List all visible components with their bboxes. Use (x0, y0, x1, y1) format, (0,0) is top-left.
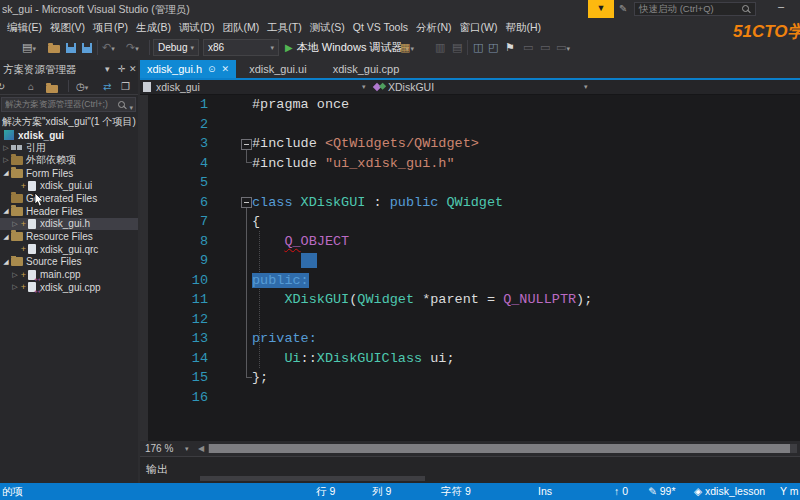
code-line-12[interactable]: 12 (140, 310, 800, 330)
menu-item[interactable]: 编辑(E) (3, 18, 46, 36)
solution-search-input[interactable]: 解决方案资源管理器(Ctrl+;)▾ (1, 97, 136, 112)
chevron-down-icon[interactable]: ▾ (584, 83, 588, 91)
bookmark-icon[interactable]: ⚑ (505, 41, 515, 54)
code-line-5[interactable]: 5 (140, 173, 800, 193)
expand-arrow-icon[interactable]: ◢ (1, 207, 11, 215)
code-line-4[interactable]: 4#include "ui_xdisk_gui.h" (140, 154, 800, 174)
expand-arrow-icon[interactable]: ▷ (10, 283, 20, 291)
indent-icon[interactable]: ▭▾ (556, 41, 570, 54)
git-repo[interactable]: Y m (780, 483, 798, 500)
pending-changes-icon[interactable]: ◷▾ (76, 81, 88, 92)
tree-item-[interactable]: ▷引用 (0, 141, 138, 154)
nav-scope-dropdown[interactable]: xdisk_gui (156, 81, 200, 93)
code-line-2[interactable]: 2 (140, 115, 800, 135)
close-tab-icon[interactable]: ✕ (222, 61, 230, 78)
menu-item[interactable]: 工具(T) (263, 18, 305, 36)
tree-item-GeneratedFiles[interactable]: Generated Files (0, 192, 138, 205)
minimize-button[interactable]: – (770, 0, 792, 16)
code-line-1[interactable]: 1#pragma once (140, 95, 800, 115)
refresh-icon[interactable]: ⇄ (103, 81, 111, 92)
menu-item[interactable]: 测试(S) (306, 18, 349, 36)
code-line-13[interactable]: 13private: (140, 329, 800, 349)
redo-icon[interactable]: ↷▾ (126, 41, 139, 54)
expand-arrow-icon[interactable]: ▷ (10, 220, 20, 228)
close-icon[interactable]: ✕ (129, 64, 137, 74)
chevron-down-icon[interactable]: ▾ (362, 83, 366, 91)
tree-item-main.cpp[interactable]: ▷+main.cpp (0, 268, 138, 281)
uncomment-icon[interactable]: ▭ (540, 41, 550, 54)
pin-icon[interactable]: ⊙ (208, 61, 216, 78)
debug-config-dropdown[interactable]: Debug▾ (153, 39, 199, 56)
tree-item-xdisk_gui.ui[interactable]: +xdisk_gui.ui (0, 179, 138, 192)
code-line-6[interactable]: 6class XDiskGUI : public QWidget (140, 193, 800, 213)
code-line-9[interactable]: 9 (140, 251, 800, 271)
zoom-level[interactable]: 176 % (145, 443, 173, 454)
fold-collapse-icon[interactable] (241, 197, 252, 208)
horizontal-scrollbar[interactable] (208, 444, 797, 453)
pin-icon[interactable]: ✛ (118, 64, 126, 74)
incoming-commits[interactable]: ↑ 0 (614, 483, 628, 500)
undo-icon[interactable]: ↶▾ (102, 41, 115, 54)
save-icon[interactable] (66, 43, 76, 55)
sync-icon[interactable]: ↻ (0, 81, 5, 92)
open-folder-icon[interactable] (48, 43, 60, 55)
expand-arrow-icon[interactable]: ▷ (10, 271, 20, 279)
properties-icon[interactable]: ❐ (121, 81, 130, 92)
code-editor[interactable]: 1#pragma once23#include <QtWidgets/QWidg… (140, 95, 800, 441)
chevron-down-icon[interactable]: ▾ (185, 445, 189, 453)
menu-item[interactable]: 团队(M) (219, 18, 264, 36)
switch-view-icon[interactable] (46, 84, 58, 95)
menu-item[interactable]: 生成(B) (132, 18, 175, 36)
fold-collapse-icon[interactable] (241, 139, 252, 150)
tree-item-xdisk_gui[interactable]: xdisk_gui (0, 129, 138, 142)
expand-arrow-icon[interactable]: ◢ (1, 258, 11, 266)
code-line-14[interactable]: 14 Ui::XDiskGUIClass ui; (140, 349, 800, 369)
tree-item-xdisk_gui.qrc[interactable]: +xdisk_gui.qrc (0, 243, 138, 256)
expand-arrow-icon[interactable]: ▷ (1, 156, 11, 164)
quick-launch-input[interactable]: 快速启动 (Ctrl+Q) (634, 2, 756, 16)
expand-arrow-icon[interactable]: ◢ (1, 233, 11, 241)
nav-type-dropdown[interactable]: XDiskGUI (388, 81, 434, 93)
expand-arrow-icon[interactable]: ▷ (1, 144, 11, 152)
chevron-down-icon[interactable]: ▾ (105, 64, 110, 74)
tree-item-xdisk_gui.cpp[interactable]: ▷+xdisk_gui.cpp (0, 281, 138, 294)
code-line-16[interactable]: 16 (140, 388, 800, 408)
tree-item-FormFiles[interactable]: ◢Form Files (0, 167, 138, 180)
new-item-icon[interactable]: ▤▾ (22, 41, 36, 54)
pending-edits[interactable]: ✎ 99* (648, 483, 675, 500)
expand-arrow-icon[interactable]: ◢ (1, 169, 11, 177)
scroll-left-arrow[interactable]: ◀ (198, 444, 204, 453)
editor-tab[interactable]: xdisk_gui.cpp (320, 60, 413, 78)
tree-item-SourceFiles[interactable]: ◢Source Files (0, 256, 138, 269)
platform-dropdown[interactable]: x86▾ (203, 39, 279, 56)
tree-item-ResourceFiles[interactable]: ◢Resource Files (0, 230, 138, 243)
menu-item[interactable]: Qt VS Tools (349, 18, 412, 36)
save-all-icon[interactable] (82, 43, 92, 55)
editor-tab[interactable]: xdisk_gui.ui (236, 60, 319, 78)
code-line-8[interactable]: 8 Q_OBJECT (140, 232, 800, 252)
scrollbar-thumb[interactable] (209, 444, 790, 453)
menu-item[interactable]: 调试(D) (175, 18, 219, 36)
menu-item[interactable]: 项目(P) (89, 18, 132, 36)
find-icon[interactable]: ◫ (473, 41, 483, 54)
home-icon[interactable]: ⌂ (28, 81, 34, 92)
tree-item-[interactable]: ▷外部依赖项 (0, 154, 138, 167)
menu-item[interactable]: 帮助(H) (501, 18, 545, 36)
code-line-15[interactable]: 15}; (140, 368, 800, 388)
attach-icon[interactable]: ▦▾ (400, 41, 414, 54)
menu-item[interactable]: 窗口(W) (456, 18, 502, 36)
tree-item-xdisk_gui1[interactable]: 解决方案"xdisk_gui"(1 个项目) (0, 116, 138, 129)
find-next-icon[interactable]: ◰ (488, 41, 498, 54)
menu-item[interactable]: 分析(N) (412, 18, 456, 36)
feedback-icon[interactable]: ✎ (619, 3, 627, 14)
menu-item[interactable]: 视图(V) (46, 18, 89, 36)
step-over-icon[interactable]: ▥ (435, 41, 445, 54)
notifications-flag-button[interactable]: ▼ (588, 0, 614, 18)
step-into-icon[interactable]: ▤ (452, 41, 462, 54)
editor-tab[interactable]: xdisk_gui.h⊙✕ (140, 60, 236, 78)
tree-item-xdisk_gui.h[interactable]: ▷+xdisk_gui.h (0, 218, 138, 231)
run-debugger-button[interactable]: ▶本地 Windows 调试器 ▾ (285, 40, 409, 55)
git-branch[interactable]: ◈ xdisk_lesson (694, 483, 765, 500)
tree-item-HeaderFiles[interactable]: ◢Header Files (0, 205, 138, 218)
code-line-11[interactable]: 11 XDiskGUI(QWidget *parent = Q_NULLPTR)… (140, 290, 800, 310)
